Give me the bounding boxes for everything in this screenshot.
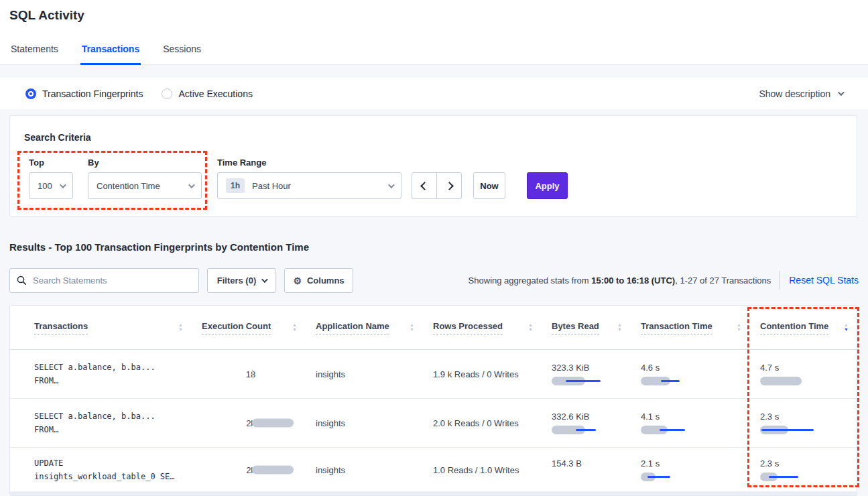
transaction-fingerprint-link[interactable]: UPDATE insights_workload_table_0 SE… [10,448,202,492]
transaction-time-bar [641,426,744,434]
columns-button[interactable]: ⚙ Columns [284,268,353,293]
columns-label: Columns [307,275,345,286]
show-description-label: Show description [759,88,830,99]
radio-label: Active Executions [178,88,253,99]
top-select-value: 100 [38,181,52,191]
chevron-down-icon [388,182,395,188]
reset-sql-stats-link[interactable]: Reset SQL Stats [789,275,859,286]
by-label: By [88,158,99,168]
time-range-label: Time Range [217,158,266,168]
application-name-cell: insights [316,448,433,492]
view-toggle-bar: Transaction Fingerprints Active Executio… [0,78,868,109]
column-header-bytes-read[interactable]: Bytes Read ▲▼ [552,321,641,334]
transaction-time-cell: 4.6 s [641,350,760,398]
transaction-time-cell: 4.1 s [641,399,760,447]
column-header-transactions[interactable]: Transactions ▲▼ [10,321,202,334]
sort-icon: ▲▼ [292,323,297,332]
tab-transactions[interactable]: Transactions [80,44,141,65]
aggregated-stats-text: Showing aggregated stats from 15:00 to 1… [469,275,771,286]
application-name-cell: insights [316,399,433,447]
column-header-contention-time[interactable]: Contention Time ▲▼ [760,321,857,334]
sort-icon: ▲▼ [178,323,183,332]
sort-icon-active: ▲▼ [844,323,849,332]
transaction-fingerprint-link[interactable]: SELECT a.balance, b.ba... FROM… [10,399,202,447]
tab-sessions[interactable]: Sessions [162,44,202,65]
transaction-time-cell: 2.1 s [641,448,760,492]
time-range-select[interactable]: 1h Past Hour [217,172,401,199]
by-select[interactable]: Contention Time [88,172,202,199]
sort-icon: ▲▼ [737,323,741,332]
sort-icon: ▲▼ [410,323,414,332]
chevron-down-icon [188,182,195,188]
search-statements-box [9,268,199,293]
top-label: Top [29,158,44,168]
filters-button[interactable]: Filters (0) [207,268,276,293]
results-heading: Results - Top 100 Transaction Fingerprin… [9,241,309,253]
radio-label: Transaction Fingerprints [42,88,143,99]
page-title: SQL Activity [9,8,84,23]
time-prev-button[interactable] [412,172,437,199]
chevron-down-icon [838,89,845,96]
tab-statements[interactable]: Statements [9,44,60,65]
bytes-read-bar [552,473,625,481]
apply-button[interactable]: Apply [527,172,568,199]
bytes-read-cell: 154.3 B [552,448,641,492]
page-header: SQL Activity Statements Transactions Ses… [0,0,868,65]
table-header-row: Transactions ▲▼ Execution Count ▲▼ Appli… [10,306,857,350]
gear-icon: ⚙ [293,276,302,286]
time-range-value: Past Hour [252,181,291,191]
chevron-down-icon [60,182,66,188]
transaction-time-bar [641,377,744,385]
transaction-time-bar [641,473,744,481]
filters-label: Filters (0) [217,275,257,286]
rows-processed-cell: 2.0 k Reads / 0 Writes [433,399,552,447]
table-row: UPDATE insights_workload_table_0 SE… 2k … [10,448,857,493]
tab-bar: Statements Transactions Sessions [9,44,202,65]
contention-time-bar [760,377,841,385]
radio-transaction-fingerprints[interactable]: Transaction Fingerprints [25,88,143,99]
table-row: SELECT a.balance, b.ba... FROM… 2k insig… [10,399,857,448]
table-row: SELECT a.balance, b.ba... FROM… 18 insig… [10,350,857,399]
bytes-read-bar [552,377,625,385]
search-icon [17,275,27,286]
sort-icon: ▲▼ [617,323,622,332]
bytes-read-bar [552,426,625,434]
execution-count-bar [252,370,253,379]
transaction-fingerprint-link[interactable]: SELECT a.balance, b.ba... FROM… [10,350,202,398]
now-button[interactable]: Now [473,172,505,199]
contention-time-cell: 2.3 s [760,399,857,447]
sort-icon: ▲▼ [528,323,533,332]
column-header-application-name[interactable]: Application Name ▲▼ [316,321,433,334]
rows-processed-cell: 1.0 Reads / 1.0 Writes [433,448,552,492]
show-description-toggle[interactable]: Show description [759,78,843,109]
contention-time-cell: 2.3 s [760,448,857,492]
column-header-execution-count[interactable]: Execution Count ▲▼ [202,321,316,334]
chevron-right-icon [445,182,454,190]
top-select[interactable]: 100 [29,172,73,199]
by-select-value: Contention Time [97,181,160,191]
search-criteria-heading: Search Criteria [24,132,91,143]
contention-time-bar [760,426,841,434]
contention-time-cell: 4.7 s [760,350,857,398]
chevron-down-icon [261,276,268,283]
execution-count-cell: 2k [202,448,316,492]
application-name-cell: insights [316,350,433,398]
search-criteria-card: Search Criteria Top 100 By Contention Ti… [9,115,857,216]
radio-active-executions[interactable]: Active Executions [162,88,253,99]
aggregated-stats-row: Showing aggregated stats from 15:00 to 1… [469,270,859,290]
next-row-edge [10,491,857,495]
search-statements-input[interactable] [9,268,199,293]
time-next-button[interactable] [436,172,462,199]
column-header-transaction-time[interactable]: Transaction Time ▲▼ [641,321,760,334]
transactions-table: Transactions ▲▼ Execution Count ▲▼ Appli… [9,305,857,496]
radio-unselected-icon [162,88,172,99]
rows-processed-cell: 1.9 k Reads / 0 Writes [433,350,552,398]
vertical-divider [780,271,780,290]
contention-time-bar [760,473,841,481]
radio-selected-icon [25,88,36,99]
chevron-left-icon [420,182,429,190]
bytes-read-cell: 332.6 KiB [552,399,641,447]
column-header-rows-processed[interactable]: Rows Processed ▲▼ [433,321,552,334]
execution-count-cell: 18 [202,350,316,398]
bytes-read-cell: 323.3 KiB [552,350,641,398]
